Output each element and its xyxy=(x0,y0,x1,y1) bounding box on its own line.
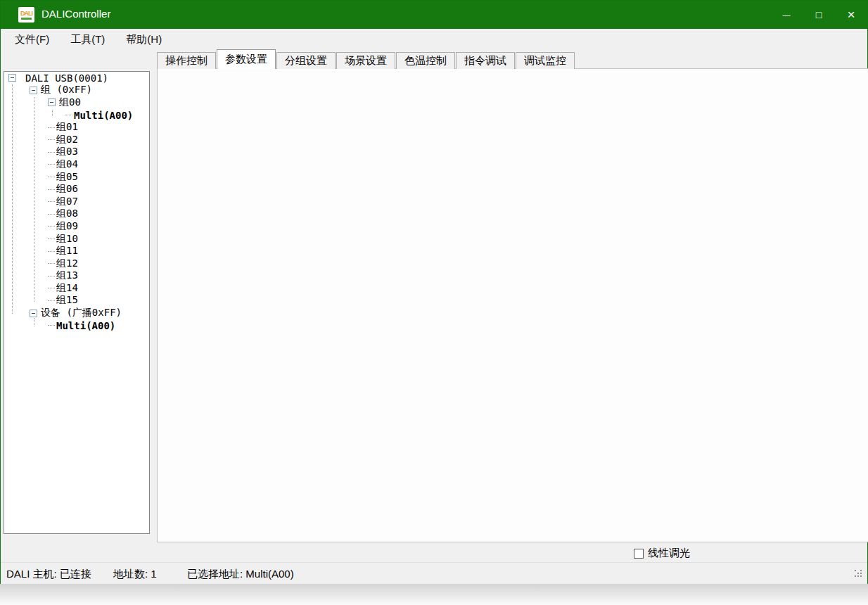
tree-item-label: 组06 xyxy=(56,183,78,196)
tab-debug-monitor[interactable]: 调试监控 xyxy=(516,52,575,69)
tab-operation-control[interactable]: 操作控制 xyxy=(157,52,216,69)
tree-item-label: Multi(A00) xyxy=(74,110,133,121)
tree-item-label: 组09 xyxy=(56,220,78,233)
tree-item-label: Multi(A00) xyxy=(56,320,115,331)
tree-item[interactable]: Multi(A00) xyxy=(4,109,149,122)
tree-item[interactable]: 设备 (广播0xFF) xyxy=(4,307,149,319)
tree-item[interactable]: 组 (0xFF) xyxy=(4,84,149,97)
checkbox-label: 线性调光 xyxy=(648,547,690,560)
tree-item-label: 组11 xyxy=(56,245,78,257)
menu-bar: 文件(F) 工具(T) 帮助(H) xyxy=(1,29,867,50)
tree-item[interactable]: 组01 xyxy=(4,121,149,134)
device-tree: DALI USB(0001) 组 (0xFF) 组00 Multi(A00) 组… xyxy=(4,71,150,534)
tree-item[interactable]: Multi(A00) xyxy=(4,319,149,332)
tree-collapse-icon[interactable] xyxy=(48,98,56,106)
tree-collapse-icon[interactable] xyxy=(30,87,37,94)
checkbox-icon[interactable] xyxy=(634,549,644,559)
status-host: DALI 主机: 已连接 xyxy=(6,568,91,581)
tree-collapse-icon[interactable] xyxy=(30,310,37,317)
tree-item-label: 组04 xyxy=(56,158,78,171)
tab-page xyxy=(157,68,868,542)
menu-tools[interactable]: 工具(T) xyxy=(70,33,105,46)
status-address-count: 地址数: 1 xyxy=(113,568,157,581)
maximize-button[interactable]: □ xyxy=(803,1,835,29)
resize-grip[interactable] xyxy=(855,570,863,578)
tree-item[interactable]: 组00 xyxy=(4,96,149,109)
tree-item[interactable]: 组10 xyxy=(4,233,149,246)
tree-item[interactable]: 组08 xyxy=(4,208,149,221)
title-bar: DALI DALIController ─ □ × xyxy=(1,1,867,29)
tree-item[interactable]: 组12 xyxy=(4,257,149,270)
tree-item-label: 组07 xyxy=(56,196,78,208)
tree-item-label: 组 (0xFF) xyxy=(41,84,92,96)
window-title: DALIController xyxy=(42,8,110,20)
tree-item-label: DALI USB(0001) xyxy=(25,72,108,84)
tree-item[interactable]: 组02 xyxy=(4,134,149,146)
tree-item[interactable]: 组13 xyxy=(4,270,149,283)
tree-item-label: 组00 xyxy=(59,96,81,109)
tree-collapse-icon[interactable] xyxy=(8,74,16,82)
app-icon-text: DALI xyxy=(20,11,32,17)
app-icon: DALI xyxy=(18,7,34,23)
tree-item[interactable]: 组03 xyxy=(4,146,149,159)
tree-item[interactable]: 组11 xyxy=(4,245,149,257)
minimize-button[interactable]: ─ xyxy=(770,1,803,29)
menu-help[interactable]: 帮助(H) xyxy=(126,33,162,46)
tree-item-label: 组13 xyxy=(56,269,78,282)
tree-item-label: 组05 xyxy=(56,171,78,184)
close-button[interactable]: × xyxy=(835,1,867,29)
tab-strip: 操作控制 参数设置 分组设置 场景设置 色温控制 指令调试 调试监控 xyxy=(157,49,575,69)
app-window: DALI DALIController ─ □ × 文件(F) 工具(T) 帮助… xyxy=(0,0,868,584)
tab-parameter-settings[interactable]: 参数设置 xyxy=(217,49,276,69)
tree-item-label: 组08 xyxy=(56,208,78,220)
tree-item[interactable]: 组04 xyxy=(4,158,149,171)
tree-item-label: 组12 xyxy=(56,257,78,270)
linear-dimming-checkbox[interactable]: 线性调光 xyxy=(634,547,690,560)
tree-item-label: 组15 xyxy=(56,294,78,307)
tree-item-label: 组14 xyxy=(56,282,78,295)
tree-item[interactable]: 组14 xyxy=(4,282,149,295)
status-selected-address: 已选择地址: Multi(A00) xyxy=(187,568,294,581)
tab-group-settings[interactable]: 分组设置 xyxy=(276,52,336,69)
tree-item[interactable]: 组06 xyxy=(4,183,149,196)
tab-color-temp-control[interactable]: 色温控制 xyxy=(396,52,455,69)
tree-item[interactable]: 组09 xyxy=(4,220,149,233)
tree-item-label: 组10 xyxy=(56,233,78,246)
menu-file[interactable]: 文件(F) xyxy=(15,33,49,46)
tree-item[interactable]: 组15 xyxy=(4,295,149,307)
tree-item-label: 组03 xyxy=(56,146,78,158)
tab-command-debug[interactable]: 指令调试 xyxy=(456,52,515,69)
tab-scene-settings[interactable]: 场景设置 xyxy=(336,52,395,69)
tree-item[interactable]: 组07 xyxy=(4,196,149,208)
window-shadow xyxy=(0,584,868,605)
status-bar: DALI 主机: 已连接 地址数: 1 已选择地址: Multi(A00) xyxy=(1,562,867,584)
tree-item-label: 组02 xyxy=(56,134,78,146)
app-icon-bar xyxy=(21,18,32,20)
tree-item[interactable]: 组05 xyxy=(4,171,149,184)
tree-item-label: 组01 xyxy=(56,121,78,134)
tree-item[interactable]: DALI USB(0001) xyxy=(4,72,149,84)
tree-item-label: 设备 (广播0xFF) xyxy=(41,307,122,319)
